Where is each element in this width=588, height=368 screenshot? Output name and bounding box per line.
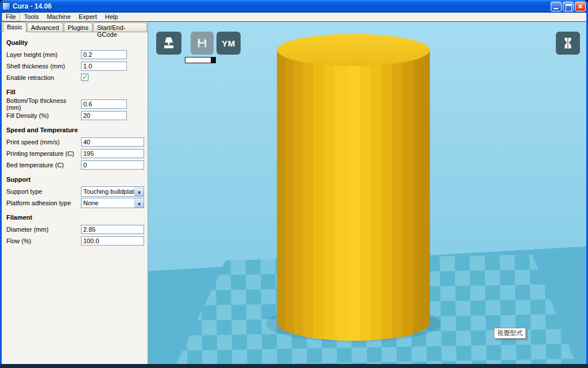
field-label: Bed temperature (C): [6, 162, 81, 168]
model-cylinder[interactable]: [277, 50, 430, 341]
enable-retraction-checkbox[interactable]: [81, 74, 88, 81]
tab-advanced[interactable]: Advanced: [27, 22, 63, 32]
combo-value: None: [82, 200, 134, 206]
view-mode-icon: [562, 36, 574, 50]
field-label: Diameter (mm): [6, 226, 81, 233]
bed-temperature-input[interactable]: [81, 160, 144, 170]
filament-flow-input[interactable]: [81, 236, 144, 246]
bottom-top-thickness-input[interactable]: [81, 99, 127, 109]
fill-density-input[interactable]: [81, 111, 127, 120]
section-title-speed-temp: Speed and Temperature: [6, 126, 144, 133]
printer-icon: [161, 36, 176, 50]
filament-diameter-input[interactable]: [81, 225, 144, 234]
field-label: Print speed (mm/s): [6, 139, 81, 145]
menu-bar: File Tools Machine Expert Help: [2, 13, 586, 21]
field-row: Bed temperature (C): [6, 159, 144, 170]
print-speed-input[interactable]: [81, 137, 144, 147]
field-row: Platform adhesion type None: [6, 197, 144, 208]
field-row: Bottom/Top thickness (mm): [6, 98, 144, 109]
field-label: Flow (%): [6, 237, 81, 244]
field-row: Printing temperature (C): [6, 148, 144, 159]
field-label: Fill Density (%): [6, 112, 81, 119]
3d-scene[interactable]: [148, 22, 586, 364]
field-label: Platform adhesion type: [6, 200, 81, 206]
chevron-down-icon: [134, 187, 144, 196]
field-row: Shell thickness (mm): [6, 60, 144, 71]
field-label: Printing temperature (C): [6, 150, 81, 157]
youmagine-label: YM: [222, 39, 235, 48]
field-row: Support type Touching buildplate: [6, 186, 144, 197]
window-bottom-border: [0, 364, 588, 368]
field-label: Shell thickness (mm): [6, 63, 81, 70]
title-bar[interactable]: Cura - 14.06: [0, 0, 588, 13]
menu-machine[interactable]: Machine: [42, 13, 75, 21]
window-title: Cura - 14.06: [13, 2, 551, 10]
app-icon: [2, 2, 10, 10]
field-label: Layer height (mm): [6, 51, 81, 58]
view-mode-tooltip: 視覺型式: [494, 328, 526, 339]
field-row: Diameter (mm): [6, 224, 144, 235]
tab-basic[interactable]: Basic: [3, 22, 26, 32]
field-label: Enable retraction: [6, 74, 81, 81]
field-row: Enable retraction: [6, 72, 144, 83]
field-row: Flow (%): [6, 235, 144, 246]
tab-start-end-gcode[interactable]: Start/End-GCode: [93, 22, 147, 32]
youmagine-share-button[interactable]: YM: [216, 32, 241, 55]
minimize-button[interactable]: [551, 2, 562, 12]
progress-bar-cap: [211, 57, 216, 63]
save-toolpath-button[interactable]: [191, 32, 214, 55]
field-row: Print speed (mm/s): [6, 136, 144, 147]
chevron-down-icon: [134, 198, 144, 208]
field-label: Bottom/Top thickness (mm): [6, 97, 81, 111]
platform-adhesion-select[interactable]: None: [81, 198, 144, 208]
section-title-fill: Fill: [6, 89, 144, 95]
field-row: Fill Density (%): [6, 110, 144, 121]
close-button[interactable]: [575, 2, 586, 12]
section-title-support: Support: [6, 176, 144, 183]
combo-value: Touching buildplate: [82, 188, 134, 195]
printing-temperature-input[interactable]: [81, 149, 144, 158]
tab-plugins[interactable]: Plugins: [64, 22, 92, 32]
save-icon: [196, 37, 208, 49]
maximize-button[interactable]: [563, 2, 574, 12]
support-type-select[interactable]: Touching buildplate: [81, 186, 144, 197]
view-mode-button[interactable]: [556, 32, 580, 55]
field-row: Layer height (mm): [6, 49, 144, 60]
shell-thickness-input[interactable]: [81, 62, 127, 71]
model-cylinder-top[interactable]: [277, 34, 430, 66]
progress-bar: [185, 57, 216, 63]
menu-file[interactable]: File: [2, 13, 20, 21]
menu-tools[interactable]: Tools: [20, 13, 43, 21]
settings-panel: Basic Advanced Plugins Start/End-GCode Q…: [2, 22, 148, 364]
load-model-button[interactable]: [156, 32, 181, 55]
field-label: Support type: [6, 188, 81, 195]
layer-height-input[interactable]: [81, 50, 127, 59]
3d-viewport[interactable]: YM 視覺型式: [148, 22, 586, 364]
section-title-filament: Filament: [6, 214, 144, 221]
menu-help[interactable]: Help: [101, 13, 122, 21]
tab-strip: Basic Advanced Plugins Start/End-GCode: [2, 22, 148, 32]
section-title-quality: Quality: [6, 39, 144, 46]
menu-expert[interactable]: Expert: [75, 13, 101, 21]
cura-window: Cura - 14.06 File Tools Machine Expert H…: [0, 0, 588, 368]
